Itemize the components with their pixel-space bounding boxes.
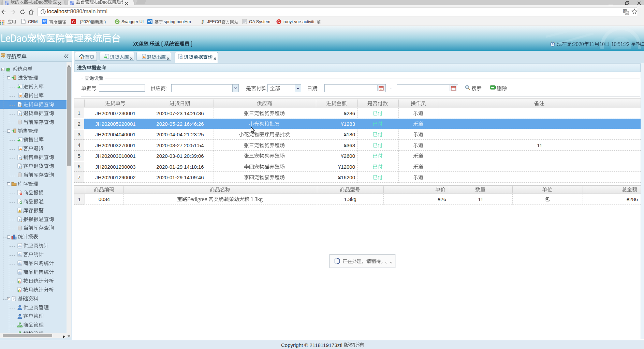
svg-text:17: 17 [380, 88, 382, 90]
svg-text:J: J [202, 19, 204, 24]
svg-text:C: C [72, 20, 75, 24]
svg-text:G: G [278, 20, 280, 24]
svg-text:17: 17 [452, 88, 455, 90]
